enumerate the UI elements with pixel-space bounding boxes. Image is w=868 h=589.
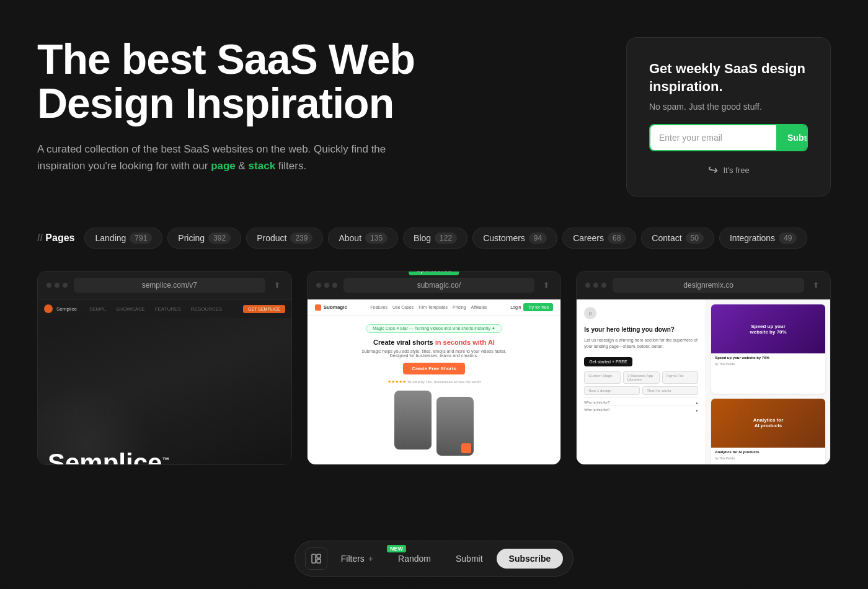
dr-toggle-chevron: ▸ xyxy=(696,401,698,405)
filter-blog[interactable]: Blog 122 xyxy=(403,228,467,249)
filter-pricing-label: Pricing xyxy=(178,233,205,243)
pages-header: // Pages Landing 791 Pricing 392 Product… xyxy=(37,228,831,249)
random-wrap: NEW Random xyxy=(387,549,442,569)
random-label: Random xyxy=(398,554,431,564)
submagic-app-icon xyxy=(461,443,471,453)
hero-desc-and: & xyxy=(239,160,249,172)
dot-yellow xyxy=(55,283,60,288)
dr-left-panel: D Is your hero letting you down? Let us … xyxy=(577,299,706,465)
filter-landing-count: 791 xyxy=(130,232,152,244)
filter-integrations-label: Integrations xyxy=(730,233,775,243)
submit-button[interactable]: Submit xyxy=(445,549,494,569)
card-browser-bar-3: designremix.co ⬆ xyxy=(577,272,830,299)
dot-red xyxy=(46,283,51,288)
dr-card-1-content: Speed up yourwebsite by 70% xyxy=(746,320,790,339)
free-text: It's free xyxy=(723,166,749,175)
share-icon-3: ⬆ xyxy=(810,280,822,291)
submagic-phones xyxy=(394,391,474,456)
svg-rect-2 xyxy=(317,559,321,563)
dr-toggle-row-2: Who is this for? ▸ xyxy=(584,405,698,412)
arrow-icon: ↩ xyxy=(706,162,719,179)
dr-form-field-3: Figma File xyxy=(662,371,699,384)
filter-careers-count: 68 xyxy=(608,232,626,244)
dr-card-img-1: Speed up yourwebsite by 70% xyxy=(711,304,825,353)
dr-logo: D xyxy=(584,307,596,319)
filters-plus: + xyxy=(368,554,373,564)
hero-title: The best SaaS Web Design Inspiration xyxy=(37,37,446,126)
semplice-brand-name: Semplice™ xyxy=(48,450,281,465)
dr-toggle-row: Who is this for? ▸ xyxy=(584,397,698,405)
dot-green xyxy=(63,283,68,288)
dr-form-field-4: New 1 design xyxy=(584,386,640,395)
filter-pricing[interactable]: Pricing 392 xyxy=(167,228,241,249)
newsletter-free-label: ↩ It's free xyxy=(649,162,808,177)
toolbar-subscribe-label: Subscribe xyxy=(509,554,551,564)
submagic-cta-btn: Create Free Shorts xyxy=(403,363,465,374)
card-designremix[interactable]: designremix.co ⬆ D Is your hero letting … xyxy=(576,271,831,465)
semplice-logo-icon xyxy=(44,304,53,313)
filter-integrations[interactable]: Integrations 49 xyxy=(719,228,808,249)
dr-toggle-label-2: Who is this for? xyxy=(584,408,609,412)
dr-card-1-sub: by This Panda xyxy=(711,362,825,366)
card-submagic[interactable]: Sponsored submagic.co/ ⬆ Submagic xyxy=(307,271,562,465)
dr-form-row-2: New 1 design Then he works xyxy=(584,386,698,395)
phone-person-1 xyxy=(394,391,432,450)
subscribe-button[interactable]: Subscribe xyxy=(776,125,808,150)
semplice-tm: ™ xyxy=(162,456,169,464)
dr-card-1: Speed up yourwebsite by 70% Speed up you… xyxy=(711,304,825,394)
filter-landing[interactable]: Landing 791 xyxy=(84,228,162,249)
submagic-phone-2 xyxy=(436,397,474,456)
submagic-headline-highlight: in seconds with AI xyxy=(435,339,495,346)
svg-rect-1 xyxy=(317,554,321,558)
pages-label: // Pages xyxy=(37,232,74,244)
card-browser-bar-2: submagic.co/ ⬆ xyxy=(308,272,561,299)
semplice-brand-small: Semplice xyxy=(56,306,77,312)
card-preview-submagic: Submagic Features Use Cases Film Templat… xyxy=(308,299,561,465)
submagic-hero-area: Magic Clips 4 Star — Turning videos into… xyxy=(308,316,561,465)
semplice-cta-btn: GET SEMPLICE xyxy=(243,305,285,313)
filter-customers-count: 94 xyxy=(529,232,547,244)
dr-card-2-label: Analytics for AI products xyxy=(711,448,825,456)
submagic-nav-btns: Login Try for free xyxy=(510,303,553,311)
card-semplice[interactable]: semplice.com/v7 ⬆ Semplice SEMPL SHOWCAS… xyxy=(37,271,292,465)
filter-careers[interactable]: Careers 68 xyxy=(562,228,636,249)
filter-customers[interactable]: Customers 94 xyxy=(472,228,557,249)
sponsored-badge: Sponsored xyxy=(409,271,459,275)
submagic-login: Login xyxy=(510,305,521,309)
filter-product[interactable]: Product 239 xyxy=(246,228,323,249)
hero-description: A curated collection of the best SaaS we… xyxy=(37,141,397,174)
filters-button[interactable]: Filters + xyxy=(330,549,384,569)
dr-sub: Let us redesign a winning hero section f… xyxy=(584,337,698,350)
filter-blog-label: Blog xyxy=(414,233,431,243)
filter-blog-count: 122 xyxy=(435,232,457,244)
card-preview-semplice: Semplice SEMPL SHOWCASE FEATURES RESOURC… xyxy=(38,299,291,465)
filter-about[interactable]: About 135 xyxy=(328,228,398,249)
stack-link[interactable]: stack xyxy=(249,160,275,172)
submagic-phone-1 xyxy=(394,391,432,450)
filter-integrations-count: 49 xyxy=(779,232,797,244)
dr-card-img-2: Analytics forAI products xyxy=(711,399,825,448)
share-icon-1: ⬆ xyxy=(272,280,283,291)
dot-green-3 xyxy=(601,283,606,288)
layout-icon[interactable] xyxy=(305,547,327,570)
pages-prefix: // xyxy=(37,232,45,243)
card-browser-bar-1: semplice.com/v7 ⬆ xyxy=(38,272,291,299)
hero-section: The best SaaS Web Design Inspiration A c… xyxy=(37,37,831,197)
submagic-brand: Submagic xyxy=(324,304,347,310)
browser-url-1: semplice.com/v7 xyxy=(74,278,265,293)
dot-red-2 xyxy=(316,283,321,288)
filter-customers-label: Customers xyxy=(483,233,525,243)
page-link[interactable]: page xyxy=(211,160,236,172)
toolbar-subscribe-button[interactable]: Subscribe xyxy=(497,549,564,569)
email-input[interactable] xyxy=(650,125,776,150)
hero-left: The best SaaS Web Design Inspiration A c… xyxy=(37,37,446,174)
browser-dots-2 xyxy=(316,283,337,288)
newsletter-subtitle: No spam. Just the good stuff. xyxy=(649,102,808,112)
cards-grid: semplice.com/v7 ⬆ Semplice SEMPL SHOWCAS… xyxy=(37,271,831,465)
card-preview-designremix: D Is your hero letting you down? Let us … xyxy=(577,299,830,465)
browser-url-2: submagic.co/ xyxy=(343,278,535,293)
filter-about-label: About xyxy=(339,233,361,243)
dr-card-1-label: Speed up your website by 70% xyxy=(711,353,825,362)
filter-product-count: 239 xyxy=(290,232,312,244)
filter-contact[interactable]: Contact 50 xyxy=(641,228,714,249)
